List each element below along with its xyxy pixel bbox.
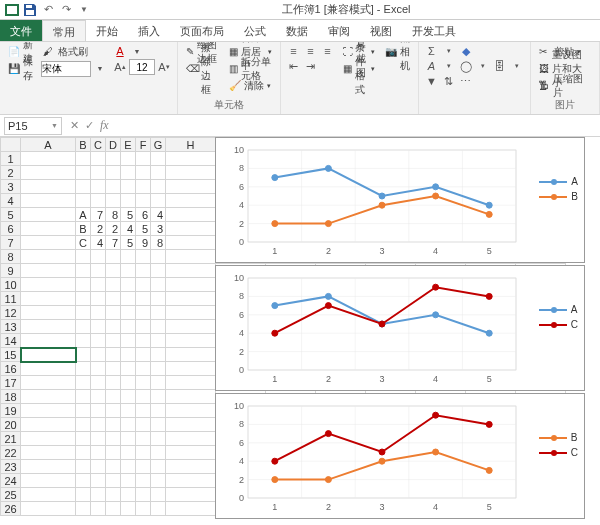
cell-H10[interactable] [166, 278, 216, 292]
cell-A13[interactable] [21, 320, 76, 334]
align-right-icon[interactable]: ≡ [321, 44, 335, 58]
cell-G24[interactable] [151, 474, 166, 488]
cell-G13[interactable] [151, 320, 166, 334]
cell-D22[interactable] [106, 446, 121, 460]
cell-F24[interactable] [136, 474, 151, 488]
db-dropdown-icon[interactable]: ▾ [510, 59, 524, 73]
col-header-G[interactable]: G [151, 138, 166, 152]
font-a-dropdown-icon[interactable]: ▾ [442, 59, 456, 73]
cell-A12[interactable] [21, 306, 76, 320]
cell-F17[interactable] [136, 376, 151, 390]
shape-icon[interactable]: ◯ [459, 59, 473, 73]
cell-E13[interactable] [121, 320, 136, 334]
row-header-23[interactable]: 23 [1, 460, 21, 474]
cell-D23[interactable] [106, 460, 121, 474]
cell-A4[interactable] [21, 194, 76, 208]
cell-F7[interactable]: 9 [136, 236, 151, 250]
cell-G21[interactable] [151, 432, 166, 446]
cell-F16[interactable] [136, 362, 151, 376]
cell-E25[interactable] [121, 488, 136, 502]
row-header-19[interactable]: 19 [1, 404, 21, 418]
cell-G1[interactable] [151, 152, 166, 166]
cell-G23[interactable] [151, 460, 166, 474]
cell-B24[interactable] [76, 474, 91, 488]
tab-layout[interactable]: 页面布局 [170, 20, 234, 41]
cell-E3[interactable] [121, 180, 136, 194]
cell-D3[interactable] [106, 180, 121, 194]
cell-D14[interactable] [106, 334, 121, 348]
cell-E9[interactable] [121, 264, 136, 278]
cell-B1[interactable] [76, 152, 91, 166]
cell-B11[interactable] [76, 292, 91, 306]
cell-E5[interactable]: 5 [121, 208, 136, 222]
cell-G12[interactable] [151, 306, 166, 320]
cell-G26[interactable] [151, 502, 166, 516]
cell-F4[interactable] [136, 194, 151, 208]
row-header-8[interactable]: 8 [1, 250, 21, 264]
cell-C24[interactable] [91, 474, 106, 488]
cell-F25[interactable] [136, 488, 151, 502]
col-header-E[interactable]: E [121, 138, 136, 152]
row-header-2[interactable]: 2 [1, 166, 21, 180]
cell-E12[interactable] [121, 306, 136, 320]
cell-C10[interactable] [91, 278, 106, 292]
row-header-7[interactable]: 7 [1, 236, 21, 250]
db-icon[interactable]: 🗄 [493, 59, 507, 73]
autosum-icon[interactable]: Σ [425, 44, 439, 58]
cell-G7[interactable]: 8 [151, 236, 166, 250]
cell-D11[interactable] [106, 292, 121, 306]
save-icon[interactable] [22, 2, 38, 18]
cell-H3[interactable] [166, 180, 216, 194]
tab-home[interactable]: 常用 [42, 20, 86, 41]
row-header-13[interactable]: 13 [1, 320, 21, 334]
cell-G22[interactable] [151, 446, 166, 460]
cell-C16[interactable] [91, 362, 106, 376]
cell-B2[interactable] [76, 166, 91, 180]
format-brush-button[interactable]: 🖌格式刷 [41, 44, 107, 60]
erase-border-button[interactable]: ⌫擦除边框 [184, 61, 221, 77]
cell-H7[interactable] [166, 236, 216, 250]
cell-C12[interactable] [91, 306, 106, 320]
tab-dev[interactable]: 开发工具 [402, 20, 466, 41]
cell-D10[interactable] [106, 278, 121, 292]
cell-G9[interactable] [151, 264, 166, 278]
cell-A24[interactable] [21, 474, 76, 488]
cell-H22[interactable] [166, 446, 216, 460]
cell-H19[interactable] [166, 404, 216, 418]
cell-C5[interactable]: 7 [91, 208, 106, 222]
cell-F22[interactable] [136, 446, 151, 460]
grow-font-icon[interactable]: A▴ [113, 60, 127, 74]
cell-H15[interactable] [166, 348, 216, 362]
redo-icon[interactable]: ↷ [58, 2, 74, 18]
cell-F14[interactable] [136, 334, 151, 348]
cell-H20[interactable] [166, 418, 216, 432]
cell-H16[interactable] [166, 362, 216, 376]
filter-icon[interactable]: ▼ [425, 74, 439, 88]
cell-A6[interactable] [21, 222, 76, 236]
cell-A25[interactable] [21, 488, 76, 502]
cell-B18[interactable] [76, 390, 91, 404]
cell-F11[interactable] [136, 292, 151, 306]
row-header-16[interactable]: 16 [1, 362, 21, 376]
cell-F21[interactable] [136, 432, 151, 446]
row-header-4[interactable]: 4 [1, 194, 21, 208]
row-header-17[interactable]: 17 [1, 376, 21, 390]
chart-1[interactable]: 024681012345AB [215, 137, 585, 263]
cell-E17[interactable] [121, 376, 136, 390]
font-size-select[interactable] [129, 59, 155, 75]
row-header-24[interactable]: 24 [1, 474, 21, 488]
chart-2[interactable]: 024681012345AC [215, 265, 585, 391]
more-icon[interactable]: ⋯ [459, 74, 473, 88]
cell-E2[interactable] [121, 166, 136, 180]
cell-D16[interactable] [106, 362, 121, 376]
enter-icon[interactable]: ✓ [85, 119, 94, 132]
font-color-icon[interactable]: A [113, 44, 127, 58]
cell-H11[interactable] [166, 292, 216, 306]
cell-D9[interactable] [106, 264, 121, 278]
cell-F15[interactable] [136, 348, 151, 362]
row-header-11[interactable]: 11 [1, 292, 21, 306]
cell-G17[interactable] [151, 376, 166, 390]
cell-H5[interactable] [166, 208, 216, 222]
cell-B19[interactable] [76, 404, 91, 418]
col-header-C[interactable]: C [91, 138, 106, 152]
